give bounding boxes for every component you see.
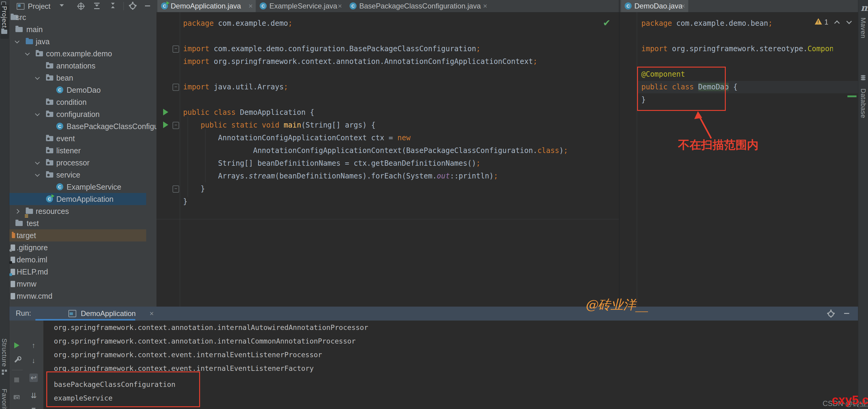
tree-item-java[interactable]: java bbox=[9, 35, 146, 48]
inspection-ok-icon[interactable]: ✔ bbox=[603, 18, 611, 28]
tree-item-configuration[interactable]: configuration bbox=[9, 108, 146, 120]
project-tree[interactable]: srcmainjavacom.example.demoannotationsbe… bbox=[9, 0, 156, 306]
code-token: com.example.demo.configuration.BasePacka… bbox=[210, 45, 476, 53]
stripe-maven-label[interactable]: Maven bbox=[859, 18, 867, 38]
tree-item-help-md[interactable]: HELP.md bbox=[9, 266, 146, 278]
chevron-down-icon[interactable] bbox=[35, 75, 40, 80]
chevron-down-icon[interactable] bbox=[35, 172, 40, 177]
tree-item-test[interactable]: test bbox=[9, 217, 146, 229]
tree-item-demoapplication[interactable]: CDemoApplication bbox=[9, 193, 146, 205]
softwrap-icon[interactable]: ↩ bbox=[29, 374, 38, 382]
tree-item-event[interactable]: event bbox=[9, 133, 146, 145]
stripe-structure-label[interactable]: Structure bbox=[0, 339, 8, 367]
tree-item-demodao[interactable]: CDemoDao bbox=[9, 84, 146, 96]
code-token: org.springframework.stereotype. bbox=[668, 45, 807, 53]
tree-item-bean[interactable]: bean bbox=[9, 72, 146, 84]
change-marker bbox=[847, 95, 857, 97]
tree-item-label: bean bbox=[56, 72, 73, 84]
rerun-icon-shape bbox=[14, 342, 19, 348]
tree-item-src[interactable]: src bbox=[9, 11, 146, 23]
tree-item-main[interactable]: main bbox=[9, 23, 146, 35]
run-panel-header: Run: DemoApplication × bbox=[9, 306, 858, 321]
fold-marker-icon[interactable]: − bbox=[173, 122, 179, 129]
close-icon[interactable]: × bbox=[681, 0, 685, 12]
run-hide-icon[interactable] bbox=[844, 313, 849, 314]
tab-basepackageclassconfiguration-java[interactable]: CBasePackageClassConfiguration.java× bbox=[346, 0, 490, 12]
tab-exampleservice-java[interactable]: CExampleService.java× bbox=[256, 0, 345, 12]
close-icon[interactable]: × bbox=[483, 0, 487, 12]
console-icon bbox=[68, 310, 76, 317]
fold-marker-icon[interactable]: − bbox=[173, 185, 179, 193]
class-icon: C bbox=[56, 183, 63, 190]
rerun-icon[interactable] bbox=[12, 341, 21, 350]
tree-item-resources[interactable]: resources bbox=[9, 205, 146, 217]
tab-demodao[interactable]: C DemoDao.java × bbox=[621, 0, 688, 12]
fold-marker-icon[interactable]: − bbox=[173, 46, 179, 53]
tree-item-mvnw-cmd[interactable]: mvnw.cmd bbox=[9, 290, 146, 302]
tree-item-label: src bbox=[16, 11, 26, 23]
dropdown-caret-icon[interactable] bbox=[60, 4, 64, 7]
toolbar-divider bbox=[12, 370, 23, 370]
chevron-down-icon[interactable] bbox=[25, 51, 30, 56]
database-icon[interactable] bbox=[861, 75, 866, 77]
close-icon[interactable]: × bbox=[150, 306, 154, 321]
hide-icon[interactable] bbox=[145, 5, 150, 6]
run-tab-demoapplication[interactable]: DemoApplication × bbox=[35, 306, 135, 321]
stripe-favorites-label[interactable]: Favorites bbox=[0, 389, 8, 409]
prev-warning-icon[interactable] bbox=[834, 20, 840, 26]
next-warning-icon[interactable] bbox=[846, 19, 851, 24]
camera-icon[interactable] bbox=[12, 393, 21, 402]
stop-icon[interactable] bbox=[12, 376, 21, 384]
code-token: java.util.Arrays bbox=[210, 83, 284, 91]
tree-item-exampleservice[interactable]: CExampleService bbox=[9, 181, 146, 193]
chevron-down-icon[interactable] bbox=[15, 39, 20, 43]
wrench-icon[interactable] bbox=[12, 356, 21, 365]
run-toolwindow: Run: DemoApplication × ↑↓↩⇊ org.springfr… bbox=[9, 306, 858, 409]
class-icon: C bbox=[349, 2, 356, 9]
tree-item-label: test bbox=[27, 217, 39, 229]
run-line-icon[interactable] bbox=[163, 109, 168, 115]
stripe-database-label[interactable]: Database bbox=[859, 88, 867, 118]
tree-item-service[interactable]: service bbox=[9, 169, 146, 181]
fold-marker-icon[interactable]: − bbox=[173, 84, 179, 91]
tree-item-listener[interactable]: listener bbox=[9, 145, 146, 157]
run-settings-icon[interactable] bbox=[828, 311, 834, 317]
down-icon[interactable]: ↓ bbox=[29, 356, 38, 365]
maven-icon[interactable]: m bbox=[861, 2, 868, 13]
chevron-down-icon[interactable] bbox=[35, 112, 40, 116]
tree-item-processor[interactable]: processor bbox=[9, 157, 146, 169]
tree-item-condition[interactable]: condition bbox=[9, 96, 146, 108]
tab-demoapplication-java[interactable]: CDemoApplication.java× bbox=[157, 0, 256, 12]
chevron-right-icon[interactable] bbox=[15, 209, 20, 214]
expand-all-icon[interactable] bbox=[94, 3, 100, 4]
locate-icon[interactable] bbox=[78, 3, 84, 9]
code-editor-right[interactable]: package com.example.demo.bean;import org… bbox=[641, 12, 833, 306]
up-icon-glyph: ↑ bbox=[29, 341, 38, 350]
tree-item-basepackageclassconfiguration[interactable]: CBasePackageClassConfiguration bbox=[9, 120, 146, 133]
print-icon[interactable] bbox=[29, 407, 38, 409]
tree-item-demo-iml[interactable]: demo.iml bbox=[9, 254, 146, 266]
code-editor-main[interactable]: package com.example.demo;import com.exam… bbox=[183, 12, 619, 306]
class-icon: C bbox=[46, 196, 53, 202]
console-line: org.springframework.context.annotation.i… bbox=[54, 337, 355, 345]
close-icon[interactable]: × bbox=[248, 0, 253, 12]
collapse-all-icon[interactable] bbox=[111, 3, 115, 5]
run-line-icon[interactable] bbox=[163, 121, 168, 128]
up-icon[interactable]: ↑ bbox=[29, 341, 38, 350]
stripe-project-label[interactable]: Project bbox=[0, 6, 8, 28]
warning-icon[interactable] bbox=[815, 18, 822, 25]
tree-item-target[interactable]: target bbox=[9, 229, 146, 241]
scroll-end-icon[interactable]: ⇊ bbox=[29, 391, 38, 400]
chevron-down-icon[interactable] bbox=[35, 160, 40, 165]
tree-item-mvnw[interactable]: mvnw bbox=[9, 278, 146, 290]
close-icon[interactable]: × bbox=[338, 0, 342, 12]
run-tab-label: DemoApplication bbox=[81, 306, 135, 321]
code-token: org.springframework.context.annotation.A… bbox=[210, 57, 533, 66]
tree-item-com-example-demo[interactable]: com.example.demo bbox=[9, 48, 146, 60]
settings-icon[interactable] bbox=[130, 3, 135, 9]
tree-item-annotations[interactable]: annotations bbox=[9, 60, 146, 72]
code-line: } bbox=[183, 184, 205, 193]
tree-item-label: com.example.demo bbox=[46, 48, 112, 60]
tree-item--gitignore[interactable]: .gitignore bbox=[9, 241, 146, 254]
project-panel-title[interactable]: Project bbox=[28, 2, 51, 10]
